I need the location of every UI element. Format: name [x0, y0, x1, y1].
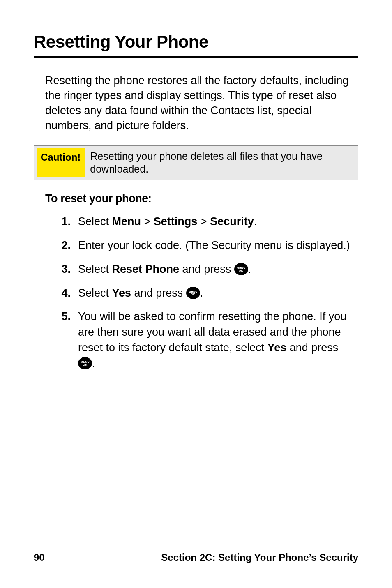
step-body: Select Yes and press MENUOK.	[78, 286, 354, 301]
yes-label: Yes	[267, 341, 287, 354]
step-2: 2. Enter your lock code. (The Security m…	[58, 238, 354, 254]
page-title: Resetting Your Phone	[34, 32, 358, 58]
page-footer: 90 Section 2C: Setting Your Phone’s Secu…	[34, 552, 358, 563]
icon-line1: MENU	[81, 360, 90, 363]
text-fragment: >	[141, 215, 154, 228]
step-body: Select Menu > Settings > Security.	[78, 214, 354, 230]
steps-list: 1. Select Menu > Settings > Security. 2.…	[58, 214, 354, 371]
step-number: 4.	[58, 286, 78, 301]
icon-line2: OK	[191, 293, 195, 296]
settings-label: Settings	[154, 215, 198, 228]
section-label: Section 2C: Setting Your Phone’s Securit…	[161, 552, 358, 563]
step-5: 5. You will be asked to confirm resettin…	[58, 309, 354, 371]
page-number: 90	[34, 552, 45, 563]
menu-ok-icon: MENUOK	[234, 263, 248, 275]
text-fragment: .	[254, 215, 257, 228]
step-number: 1.	[58, 214, 78, 230]
menu-ok-icon: MENUOK	[78, 357, 92, 369]
text-fragment: .	[92, 357, 95, 369]
caution-label: Caution!	[37, 148, 85, 178]
reset-phone-label: Reset Phone	[112, 263, 180, 275]
icon-line2: OK	[83, 363, 87, 366]
text-fragment: Select	[78, 263, 112, 275]
intro-paragraph: Resetting the phone restores all the fac…	[45, 73, 354, 133]
step-number: 5.	[58, 309, 78, 325]
caution-box: Caution! Resetting your phone deletes al…	[34, 145, 358, 180]
text-fragment: .	[200, 287, 203, 299]
step-number: 2.	[58, 238, 78, 254]
text-fragment: >	[197, 215, 210, 228]
step-body: Enter your lock code. (The Security menu…	[78, 238, 354, 254]
text-fragment: .	[248, 263, 251, 275]
text-fragment: Select	[78, 287, 112, 299]
step-body: You will be asked to confirm resetting t…	[78, 309, 354, 371]
text-fragment: and press	[179, 263, 234, 275]
yes-label: Yes	[112, 287, 131, 299]
step-3: 3. Select Reset Phone and press MENUOK.	[58, 262, 354, 277]
step-body: Select Reset Phone and press MENUOK.	[78, 262, 354, 277]
text-fragment: and press	[286, 341, 338, 354]
icon-line1: MENU	[237, 266, 246, 269]
menu-ok-icon: MENUOK	[186, 287, 200, 299]
icon-line2: OK	[239, 269, 243, 272]
icon-line1: MENU	[189, 290, 198, 293]
caution-text: Resetting your phone deletes all files t…	[88, 146, 358, 180]
step-number: 3.	[58, 262, 78, 277]
menu-label: Menu	[112, 215, 141, 228]
text-fragment: Select	[78, 215, 112, 228]
subheading: To reset your phone:	[45, 192, 358, 205]
step-4: 4. Select Yes and press MENUOK.	[58, 286, 354, 301]
text-fragment: and press	[131, 287, 186, 299]
step-1: 1. Select Menu > Settings > Security.	[58, 214, 354, 230]
security-label: Security	[210, 215, 254, 228]
